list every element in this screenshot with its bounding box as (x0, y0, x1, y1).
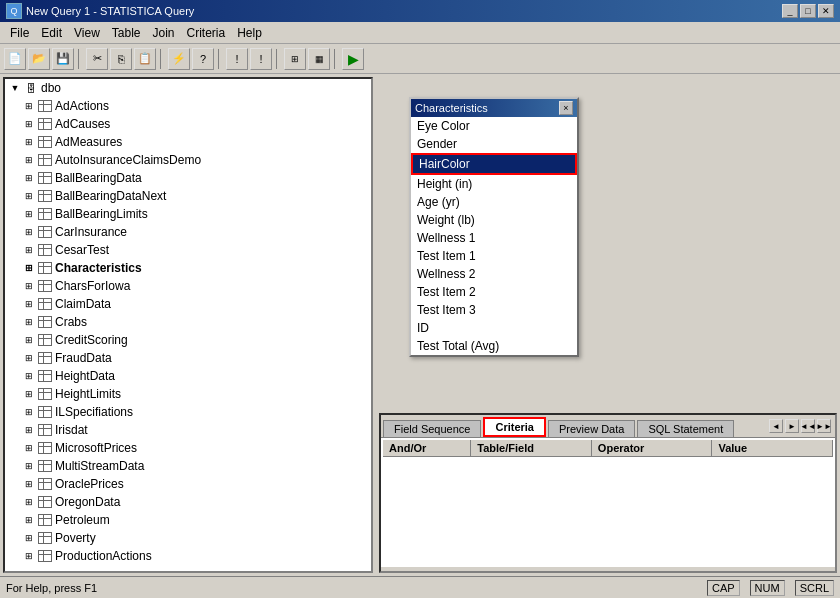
popup-title: Characteristics (415, 102, 488, 114)
tree-item-ballbearing[interactable]: ⊞ BallBearingData (5, 169, 371, 187)
tab-nav-prev-button[interactable]: ◄ (769, 419, 783, 433)
popup-item-age[interactable]: Age (yr) (411, 193, 577, 211)
popup-close-button[interactable]: × (559, 101, 573, 115)
title-bar: Q New Query 1 - STATISTICA Query _ □ ✕ (0, 0, 840, 22)
tab-nav-next-button[interactable]: ► (785, 419, 799, 433)
popup-item-testtotal[interactable]: Test Total (Avg) (411, 337, 577, 355)
grid-header-operator: Operator (592, 440, 713, 456)
new-button[interactable]: 📄 (4, 48, 26, 70)
table-icon-carinsurance (37, 225, 53, 239)
tab-content-criteria: And/Or Table/Field Operator Value (381, 437, 835, 567)
tab-field-sequence[interactable]: Field Sequence (383, 420, 481, 437)
tree-item-claimdata[interactable]: ⊞ ClaimData (5, 295, 371, 313)
run-button[interactable]: ▶ (342, 48, 364, 70)
tree-item-crabs[interactable]: ⊞ Crabs (5, 313, 371, 331)
separator-2 (160, 49, 164, 69)
toolbar: 📄 📂 💾 ✂ ⎘ 📋 ⚡ ? ! ! ⊞ ▦ ▶ (0, 44, 840, 74)
tree-item-cesartest[interactable]: ⊞ CesarTest (5, 241, 371, 259)
tree-item-characteristics[interactable]: ⊞ Characteristics (5, 259, 371, 277)
tree-root-dbo[interactable]: ▼ 🗄 dbo (5, 79, 371, 97)
tab-preview-data[interactable]: Preview Data (548, 420, 635, 437)
tree-root-label: dbo (41, 81, 61, 95)
tree-item-ballbearingnext[interactable]: ⊞ BallBearingDataNext (5, 187, 371, 205)
tree-item-adactions[interactable]: ⊞ AdActions (5, 97, 371, 115)
menu-edit[interactable]: Edit (35, 24, 68, 42)
menu-table[interactable]: Table (106, 24, 147, 42)
cut-button[interactable]: ✂ (86, 48, 108, 70)
tab-nav-first-button[interactable]: ◄◄ (801, 419, 815, 433)
tree-item-adcauses[interactable]: ⊞ AdCauses (5, 115, 371, 133)
tree-item-heightdata[interactable]: ⊞ HeightData (5, 367, 371, 385)
menu-help[interactable]: Help (231, 24, 268, 42)
popup-item-testitem3[interactable]: Test Item 3 (411, 301, 577, 319)
table-icon-poverty (37, 531, 53, 545)
expander-adactions[interactable]: ⊞ (21, 98, 37, 114)
popup-item-testitem1[interactable]: Test Item 1 (411, 247, 577, 265)
paste-button[interactable]: 📋 (134, 48, 156, 70)
tab-sql-statement[interactable]: SQL Statement (637, 420, 734, 437)
popup-item-testitem2[interactable]: Test Item 2 (411, 283, 577, 301)
tree-item-microsoftprices[interactable]: ⊞ MicrosoftPrices (5, 439, 371, 457)
tree-scroll[interactable]: ▼ 🗄 dbo ⊞ AdActions ⊞ AdCauses ⊞ AdMeasu… (5, 79, 371, 571)
table-icon-creditscoring (37, 333, 53, 347)
table-icon-ballbearinglimits (37, 207, 53, 221)
help-button[interactable]: ? (192, 48, 214, 70)
menu-join[interactable]: Join (147, 24, 181, 42)
minimize-button[interactable]: _ (782, 4, 798, 18)
table-icon-microsoftprices (37, 441, 53, 455)
tree-item-heightlimits[interactable]: ⊞ HeightLimits (5, 385, 371, 403)
tree-item-charsforiowa[interactable]: ⊞ CharsForIowa (5, 277, 371, 295)
query-button[interactable]: ⊞ (284, 48, 306, 70)
menu-view[interactable]: View (68, 24, 106, 42)
popup-item-eyecolor[interactable]: Eye Color (411, 117, 577, 135)
popup-title-bar: Characteristics × (411, 99, 577, 117)
popup-item-id[interactable]: ID (411, 319, 577, 337)
popup-item-wellness1[interactable]: Wellness 1 (411, 229, 577, 247)
table-icon-oregondata (37, 495, 53, 509)
popup-item-wellness2[interactable]: Wellness 2 (411, 265, 577, 283)
tree-item-irisdat[interactable]: ⊞ Irisdat (5, 421, 371, 439)
popup-item-gender[interactable]: Gender (411, 135, 577, 153)
tree-item-creditscoring[interactable]: ⊞ CreditScoring (5, 331, 371, 349)
tree-item-ilspecifications[interactable]: ⊞ ILSpecifiations (5, 403, 371, 421)
maximize-button[interactable]: □ (800, 4, 816, 18)
tab-criteria[interactable]: Criteria (483, 417, 546, 437)
popup-item-haircolor[interactable]: HairColor (411, 153, 577, 175)
menu-criteria[interactable]: Criteria (181, 24, 232, 42)
tree-item-productionactions[interactable]: ⊞ ProductionActions (5, 547, 371, 565)
tree-item-oregondata[interactable]: ⊞ OregonData (5, 493, 371, 511)
main-area: ▼ 🗄 dbo ⊞ AdActions ⊞ AdCauses ⊞ AdMeasu… (0, 74, 840, 576)
tree-item-ballbearinglimits[interactable]: ⊞ BallBearingLimits (5, 205, 371, 223)
tab-nav-last-button[interactable]: ►► (817, 419, 831, 433)
tree-item-autoinsurance[interactable]: ⊞ AutoInsuranceClaimsDemo (5, 151, 371, 169)
tree-item-poverty[interactable]: ⊞ Poverty (5, 529, 371, 547)
tree-item-frauddata[interactable]: ⊞ FraudData (5, 349, 371, 367)
tree-item-petroleum[interactable]: ⊞ Petroleum (5, 511, 371, 529)
tree-panel: ▼ 🗄 dbo ⊞ AdActions ⊞ AdCauses ⊞ AdMeasu… (3, 77, 373, 573)
grid-button[interactable]: ▦ (308, 48, 330, 70)
table-icon-admeasures (37, 135, 53, 149)
close-button[interactable]: ✕ (818, 4, 834, 18)
table-icon-productionactions (37, 549, 53, 563)
popup-item-weight[interactable]: Weight (lb) (411, 211, 577, 229)
table-icon-autoinsurance (37, 153, 53, 167)
table-icon-cesartest (37, 243, 53, 257)
expander-dbo[interactable]: ▼ (7, 80, 23, 96)
open-button[interactable]: 📂 (28, 48, 50, 70)
exclaim1-button[interactable]: ! (226, 48, 248, 70)
tree-item-multistreamdata[interactable]: ⊞ MultiStreamData (5, 457, 371, 475)
grid-header-value: Value (712, 440, 833, 456)
save-button[interactable]: 💾 (52, 48, 74, 70)
bottom-tabs-panel: Field Sequence Criteria Preview Data SQL… (379, 413, 837, 573)
menu-file[interactable]: File (4, 24, 35, 42)
lightning-button[interactable]: ⚡ (168, 48, 190, 70)
exclaim2-button[interactable]: ! (250, 48, 272, 70)
tree-item-carinsurance[interactable]: ⊞ CarInsurance (5, 223, 371, 241)
tree-item-oracleprices[interactable]: ⊞ OraclePrices (5, 475, 371, 493)
tree-item-admeasures[interactable]: ⊞ AdMeasures (5, 133, 371, 151)
popup-item-height[interactable]: Height (in) (411, 175, 577, 193)
copy-button[interactable]: ⎘ (110, 48, 132, 70)
grid-header-andor: And/Or (383, 440, 471, 456)
table-icon-adcauses (37, 117, 53, 131)
status-scrl: SCRL (795, 580, 834, 596)
